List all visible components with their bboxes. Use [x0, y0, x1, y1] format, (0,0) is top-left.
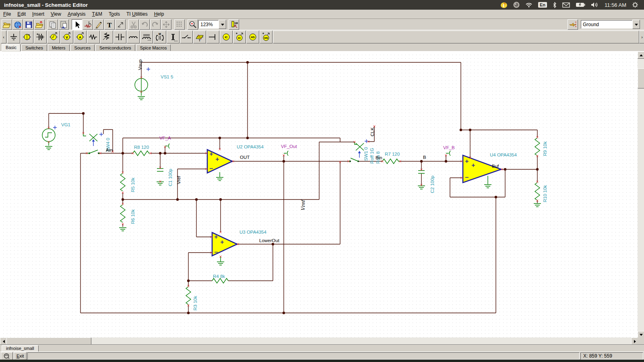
palette-ic-2-button[interactable]	[233, 31, 246, 43]
palette-tab-meters[interactable]: Meters	[48, 44, 70, 51]
titlebar[interactable]: infnoise_small - Schematic Editor En	[0, 0, 644, 10]
label-comp-r3[interactable]: R3 10k	[193, 296, 198, 311]
text-tool-button[interactable]	[104, 19, 115, 30]
wire-segment-button[interactable]	[115, 19, 126, 30]
battery-icon[interactable]	[576, 2, 585, 7]
component-r9[interactable]	[535, 138, 540, 156]
label-comp-r4[interactable]: R4 8k	[213, 274, 225, 279]
label-comp-u4[interactable]: U4 OPA4354	[490, 152, 517, 157]
component-u3[interactable]	[212, 232, 237, 265]
select-cursor-button[interactable]	[72, 19, 82, 30]
label-comp-u3[interactable]: U3 OPA4354	[239, 230, 267, 234]
scroll-up-arrow[interactable]	[638, 51, 644, 59]
palette-scroll-right[interactable]: ›	[639, 31, 644, 43]
zoom-select[interactable]: 123%	[198, 20, 226, 29]
palette-inductor-button[interactable]	[127, 31, 140, 43]
zoom-dropdown-arrow[interactable]	[219, 20, 226, 29]
menu-tools[interactable]: Tools	[105, 10, 123, 18]
component-vs1[interactable]	[135, 68, 150, 100]
menu-view[interactable]: View	[47, 10, 64, 18]
label-comp-c2[interactable]: C2 100p	[430, 176, 435, 193]
component-r8[interactable]	[133, 151, 150, 156]
save-button[interactable]	[23, 19, 34, 30]
component-r7[interactable]	[382, 159, 400, 164]
palette-capacitor-button[interactable]	[114, 31, 126, 43]
label-comp-sw1[interactable]: SW1 0	[363, 147, 368, 161]
status-orb-icon[interactable]	[513, 2, 520, 8]
interactive-mode-button[interactable]	[1, 352, 13, 360]
palette-voltmeter-button[interactable]	[60, 31, 73, 43]
label-net-b[interactable]: B	[423, 155, 426, 160]
label-pin-vfout[interactable]: VF_Out	[281, 144, 297, 149]
palette-coupled-inductors-button[interactable]	[153, 31, 166, 43]
wifi-icon[interactable]	[525, 2, 533, 8]
palette-tab-semiconductors[interactable]: Semiconductors	[95, 44, 135, 51]
open-button[interactable]	[2, 19, 12, 30]
palette-ammeter-button[interactable]	[74, 31, 87, 43]
label-comp-vs1[interactable]: VS1 5	[161, 74, 173, 79]
mail-icon[interactable]	[562, 2, 570, 8]
vertical-scroll-thumb[interactable]	[638, 68, 644, 88]
label-net-vref-1[interactable]: Vref	[176, 176, 181, 184]
wires[interactable]	[49, 62, 537, 313]
component-vg1[interactable]	[42, 126, 57, 150]
menu-file[interactable]: File	[0, 10, 14, 18]
copy-button[interactable]	[47, 19, 58, 30]
palette-resistor-button[interactable]	[87, 31, 100, 43]
pin-vf-b[interactable]	[446, 151, 450, 156]
palette-ic-1-button[interactable]	[220, 31, 233, 43]
label-comp-r10[interactable]: R10 10k	[543, 185, 547, 202]
palette-iron-core-inductor-button[interactable]	[140, 31, 153, 43]
menu-insert[interactable]: Insert	[29, 10, 47, 18]
component-r6[interactable]	[119, 205, 126, 231]
net-selector[interactable]: Ground	[581, 20, 640, 29]
horizontal-scrollbar[interactable]	[0, 337, 638, 344]
palette-tab-spice-macros[interactable]: Spice Macros	[136, 44, 171, 51]
exit-button[interactable]: Exit	[14, 352, 27, 360]
app-indicator-icon[interactable]	[500, 2, 508, 8]
jump-to-net-button[interactable]	[568, 19, 578, 30]
component-r4[interactable]	[212, 278, 228, 283]
label-param-roff[interactable]: Roff 1G	[369, 148, 374, 164]
bluetooth-icon[interactable]	[553, 2, 557, 8]
component-u4[interactable]	[463, 155, 501, 188]
label-comp-r8[interactable]: R8 120	[134, 145, 149, 150]
palette-switch-button[interactable]	[180, 31, 193, 43]
schematic-canvas[interactable]: VsupVS1 5VG1SW4 0AinR8 120VF_AR5 10kR6 1…	[0, 51, 638, 337]
zoom-tool-button[interactable]	[188, 19, 198, 30]
label-comp-c1[interactable]: C1 100p	[168, 169, 173, 186]
label-net-lowerout[interactable]: LowerOut	[259, 238, 280, 243]
component-c1[interactable]	[157, 169, 164, 185]
palette-voltage-source-button[interactable]	[21, 31, 33, 43]
menu-analysis[interactable]: Analysis	[64, 10, 89, 18]
component-u2[interactable]	[207, 150, 232, 181]
palette-hs-1-button[interactable]	[246, 31, 259, 43]
vertical-scrollbar[interactable]	[638, 51, 644, 337]
label-net-bin[interactable]: Bin	[376, 155, 382, 160]
label-comp-r6[interactable]: R6 10k	[130, 209, 135, 224]
palette-tab-basic[interactable]: Basic	[2, 44, 21, 51]
label-comp-vg1[interactable]: VG1	[61, 122, 70, 127]
session-gear-icon[interactable]	[632, 2, 638, 8]
palette-controlled-switch-button[interactable]	[193, 31, 206, 43]
palette-tab-switches[interactable]: Switches	[21, 44, 47, 51]
open-web-button[interactable]	[12, 19, 23, 30]
document-tab-infnoise_small[interactable]: infnoise_small	[2, 345, 39, 352]
component-r5[interactable]	[120, 173, 125, 191]
label-net-buf[interactable]: Buf	[492, 164, 499, 169]
menu-edit[interactable]: Edit	[14, 10, 29, 18]
clock[interactable]: 11:56 AM	[605, 2, 626, 8]
label-net-out[interactable]: OUT	[240, 155, 250, 160]
label-pin-vfa[interactable]: VF_A	[159, 136, 171, 140]
pin-vf-out[interactable]	[284, 151, 288, 156]
label-net-ain[interactable]: Ain	[106, 148, 113, 152]
label-comp-r7[interactable]: R7 120	[385, 152, 400, 156]
paste-button[interactable]	[58, 19, 69, 30]
component-cursor-button[interactable]	[83, 19, 93, 30]
palette-tab-sources[interactable]: Sources	[70, 44, 95, 51]
palette-potentiometer-button[interactable]	[100, 31, 113, 43]
label-comp-r5[interactable]: R5 10k	[130, 177, 135, 192]
volume-icon[interactable]	[591, 2, 599, 8]
wire-pen-button[interactable]	[93, 19, 104, 30]
palette-jumper-button[interactable]	[206, 31, 219, 43]
